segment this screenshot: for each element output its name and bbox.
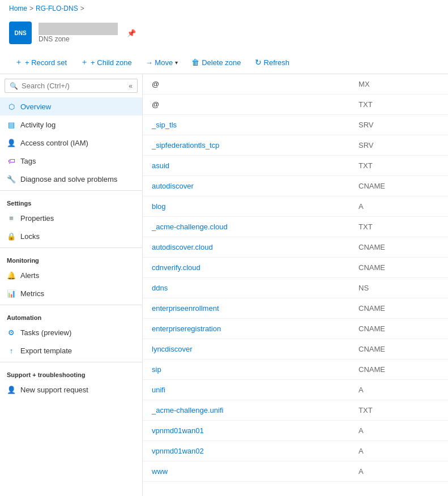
tags-icon: 🏷 bbox=[7, 156, 16, 165]
table-row[interactable]: _acme-challenge.cloudTXT bbox=[143, 217, 448, 237]
tasks-icon: ⚙ bbox=[7, 328, 16, 337]
record-type: A bbox=[349, 441, 448, 461]
move-button[interactable]: → Move ▾ bbox=[140, 55, 184, 70]
settings-header: Settings bbox=[0, 193, 142, 209]
record-name[interactable]: enterpriseenrollment bbox=[143, 298, 349, 319]
settings-divider bbox=[0, 190, 142, 191]
table-row[interactable]: blogA bbox=[143, 196, 448, 217]
table-row[interactable]: unifiA bbox=[143, 380, 448, 400]
record-type: CNAME bbox=[349, 176, 448, 196]
records-table: @MX@TXT_sip_tlsSRV_sipfederationtls_tcpS… bbox=[143, 74, 448, 482]
record-name[interactable]: www bbox=[143, 461, 349, 482]
record-name[interactable]: _acme-challenge.cloud bbox=[143, 217, 349, 237]
table-row[interactable]: ddnsNS bbox=[143, 278, 448, 298]
table-row[interactable]: cdnverify.cloudCNAME bbox=[143, 258, 448, 278]
support-icon: 👤 bbox=[7, 385, 16, 394]
table-row[interactable]: _sip_tlsSRV bbox=[143, 115, 448, 135]
record-type: A bbox=[349, 380, 448, 400]
record-name[interactable]: cdnverify.cloud bbox=[143, 258, 349, 278]
breadcrumb: Home > RG-FLO-DNS > bbox=[0, 0, 448, 17]
record-name[interactable]: _sipfederationtls_tcp bbox=[143, 135, 349, 156]
sidebar-item-overview[interactable]: ⬡ Overview bbox=[0, 97, 142, 116]
access-control-icon: 👤 bbox=[7, 138, 16, 147]
record-type: A bbox=[349, 421, 448, 441]
table-row[interactable]: enterpriseregistrationCNAME bbox=[143, 319, 448, 339]
record-type: CNAME bbox=[349, 258, 448, 278]
record-type: NS bbox=[349, 278, 448, 298]
automation-divider bbox=[0, 305, 142, 305]
diagnose-icon: 🔧 bbox=[7, 174, 16, 183]
record-name[interactable]: blog bbox=[143, 196, 349, 217]
sidebar-item-access-control[interactable]: 👤 Access control (IAM) bbox=[0, 134, 142, 152]
child-zone-button[interactable]: ＋ + Child zone bbox=[75, 54, 138, 70]
sidebar-item-alerts[interactable]: 🔔 Alerts bbox=[0, 266, 142, 284]
record-type: CNAME bbox=[349, 360, 448, 380]
record-name[interactable]: _sip_tls bbox=[143, 115, 349, 135]
record-name[interactable]: _acme-challenge.unifi bbox=[143, 400, 349, 421]
breadcrumb-home[interactable]: Home bbox=[9, 5, 27, 12]
sidebar: 🔍 « ⬡ Overview ▤ Activity log 👤 Access c… bbox=[0, 74, 143, 496]
sidebar-item-locks[interactable]: 🔒 Locks bbox=[0, 227, 142, 245]
content-area: @MX@TXT_sip_tlsSRV_sipfederationtls_tcpS… bbox=[143, 74, 448, 496]
sidebar-item-properties[interactable]: ≡ Properties bbox=[0, 209, 142, 227]
table-row[interactable]: @TXT bbox=[143, 95, 448, 115]
table-row[interactable]: _acme-challenge.unifiTXT bbox=[143, 400, 448, 421]
record-name[interactable]: sip bbox=[143, 360, 349, 380]
sidebar-item-activity-log[interactable]: ▤ Activity log bbox=[0, 116, 142, 134]
properties-icon: ≡ bbox=[7, 213, 16, 223]
record-name[interactable]: @ bbox=[143, 95, 349, 115]
table-row[interactable]: lyncdiscoverCNAME bbox=[143, 339, 448, 360]
pin-icon[interactable]: 📌 bbox=[127, 29, 136, 37]
search-box[interactable]: 🔍 « bbox=[5, 79, 138, 93]
record-name[interactable]: ddns bbox=[143, 278, 349, 298]
sidebar-item-tasks[interactable]: ⚙ Tasks (preview) bbox=[0, 323, 142, 341]
support-divider bbox=[0, 362, 142, 362]
record-name[interactable]: vpnmd01wan02 bbox=[143, 441, 349, 461]
record-name[interactable]: autodiscover bbox=[143, 176, 349, 196]
record-type: CNAME bbox=[349, 298, 448, 319]
record-name[interactable]: enterpriseregistration bbox=[143, 319, 349, 339]
record-name[interactable]: vpnmd01wan01 bbox=[143, 421, 349, 441]
table-row[interactable]: wwwA bbox=[143, 461, 448, 482]
delete-zone-button[interactable]: 🗑 Delete zone bbox=[186, 55, 246, 70]
activity-log-icon: ▤ bbox=[7, 120, 16, 129]
table-row[interactable]: @MX bbox=[143, 74, 448, 95]
sidebar-item-export-template[interactable]: ↑ Export template bbox=[0, 341, 142, 360]
sidebar-item-diagnose[interactable]: 🔧 Diagnose and solve problems bbox=[0, 170, 142, 188]
dns-icon: DNS bbox=[9, 22, 32, 44]
main-layout: 🔍 « ⬡ Overview ▤ Activity log 👤 Access c… bbox=[0, 74, 448, 496]
breadcrumb-rg[interactable]: RG-FLO-DNS bbox=[36, 5, 78, 12]
record-name[interactable]: @ bbox=[143, 74, 349, 95]
table-row[interactable]: vpnmd01wan01A bbox=[143, 421, 448, 441]
record-name[interactable]: asuid bbox=[143, 156, 349, 176]
table-row[interactable]: vpnmd01wan02A bbox=[143, 441, 448, 461]
sidebar-item-new-support[interactable]: 👤 New support request bbox=[0, 380, 142, 399]
record-type: A bbox=[349, 196, 448, 217]
search-icon: 🔍 bbox=[10, 82, 18, 90]
table-row[interactable]: enterpriseenrollmentCNAME bbox=[143, 298, 448, 319]
record-name[interactable]: lyncdiscover bbox=[143, 339, 349, 360]
record-name[interactable]: autodiscover.cloud bbox=[143, 237, 349, 258]
record-type: CNAME bbox=[349, 237, 448, 258]
export-icon: ↑ bbox=[7, 346, 16, 355]
table-row[interactable]: sipCNAME bbox=[143, 360, 448, 380]
plus-icon: ＋ bbox=[15, 57, 23, 67]
support-header: Support + troubleshooting bbox=[0, 365, 142, 380]
table-row[interactable]: asuidTXT bbox=[143, 156, 448, 176]
locks-icon: 🔒 bbox=[7, 232, 16, 241]
record-name[interactable]: unifi bbox=[143, 380, 349, 400]
refresh-button[interactable]: ↻ Refresh bbox=[249, 55, 296, 70]
sidebar-item-metrics[interactable]: 📊 Metrics bbox=[0, 284, 142, 302]
plus-icon-2: ＋ bbox=[80, 57, 88, 67]
record-type: A bbox=[349, 461, 448, 482]
table-row[interactable]: autodiscover.cloudCNAME bbox=[143, 237, 448, 258]
resource-name bbox=[39, 23, 118, 35]
resource-type: DNS zone bbox=[39, 35, 118, 43]
table-row[interactable]: _sipfederationtls_tcpSRV bbox=[143, 135, 448, 156]
collapse-button[interactable]: « bbox=[129, 82, 133, 90]
table-row[interactable]: autodiscoverCNAME bbox=[143, 176, 448, 196]
record-type: SRV bbox=[349, 115, 448, 135]
record-set-button[interactable]: ＋ + Record set bbox=[9, 54, 72, 70]
search-input[interactable] bbox=[22, 82, 125, 90]
sidebar-item-tags[interactable]: 🏷 Tags bbox=[0, 152, 142, 170]
